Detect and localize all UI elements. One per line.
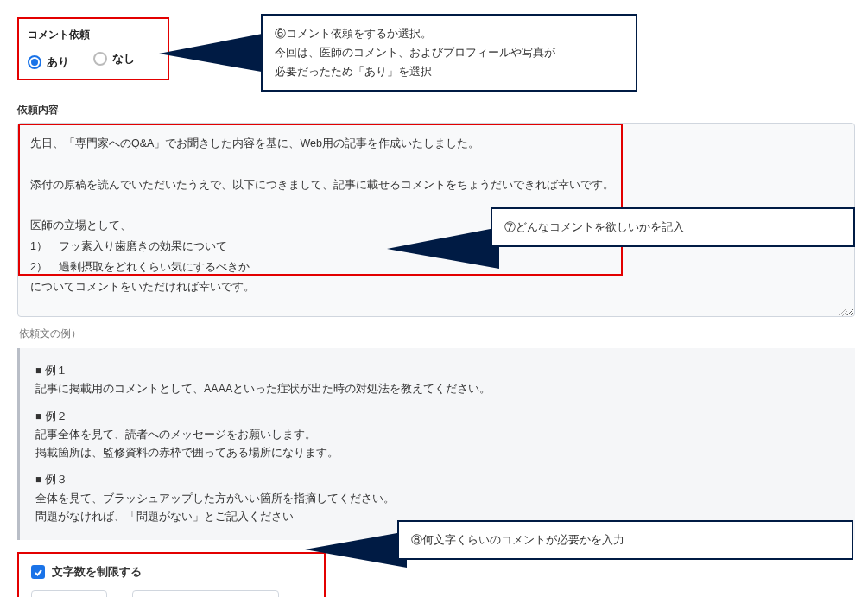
callout7-arrow-icon [387, 226, 499, 270]
example-1-title: ■ 例１ [35, 362, 839, 380]
callout6-arrow-icon [159, 31, 271, 74]
comment-request-label: コメント依頼 [28, 28, 155, 42]
svg-marker-0 [159, 32, 271, 73]
callout-6: ⑥コメント依頼をするか選択。 今回は、医師のコメント、およびプロフィールや写真が… [261, 14, 637, 92]
radio-yes-label: あり [47, 54, 69, 70]
example-2-title: ■ 例２ [35, 408, 839, 426]
char-limit-min-input[interactable] [31, 590, 107, 597]
callout-8: ⑧何文字くらいのコメントが必要かを入力 [397, 520, 853, 560]
example-3-title: ■ 例３ [35, 471, 839, 489]
example-2-body2: 掲載箇所は、監修資料の赤枠で囲ってある場所になります。 [35, 444, 839, 462]
example-box: ■ 例１ 記事に掲載用のコメントとして、AAAAといった症状が出た時の対処法を教… [17, 348, 855, 540]
radio-no-label: なし [112, 51, 135, 67]
request-content-label: 依頼内容 [17, 103, 851, 117]
radio-yes[interactable]: あり [28, 54, 69, 70]
svg-marker-5 [305, 531, 407, 568]
callout8-text: ⑧何文字くらいのコメントが必要かを入力 [411, 530, 839, 549]
char-limit-label: 文字数を制限する [52, 564, 142, 580]
svg-marker-4 [387, 227, 499, 269]
char-limit-checkbox[interactable] [31, 565, 45, 579]
callout6-line3: 必要だったため「あり」を選択 [275, 62, 624, 81]
callout6-line2: 今回は、医師のコメント、およびプロフィールや写真が [275, 43, 624, 62]
radio-no[interactable]: なし [93, 51, 135, 67]
example-2-body1: 記事全体を見て、読者へのメッセージをお願いします。 [35, 426, 839, 444]
comment-request-section: コメント依頼 あり なし [17, 17, 169, 80]
callout6-line1: ⑥コメント依頼をするか選択。 [275, 24, 624, 43]
callout7-text: ⑦どんなコメントを欲しいかを記入 [504, 218, 841, 237]
char-limit-max-input[interactable] [132, 590, 279, 597]
example-3-body1: 全体を見て、ブラッシュアップした方がいい箇所を指摘してください。 [35, 490, 839, 508]
char-limit-section: 文字数を制限する ～ 文字 [17, 552, 326, 597]
check-icon [34, 568, 43, 577]
comment-request-radio-group: あり なし [28, 51, 155, 70]
example-heading: 依頼文の例） [19, 327, 851, 341]
radio-checked-icon [28, 55, 41, 69]
example-1-body: 記事に掲載用のコメントとして、AAAAといった症状が出た時の対処法を教えてくださ… [35, 380, 839, 398]
callout-7: ⑦どんなコメントを欲しいかを記入 [491, 207, 855, 247]
char-limit-range: ～ 文字 [31, 590, 312, 597]
callout8-arrow-icon [305, 530, 407, 568]
radio-unchecked-icon [93, 52, 107, 66]
